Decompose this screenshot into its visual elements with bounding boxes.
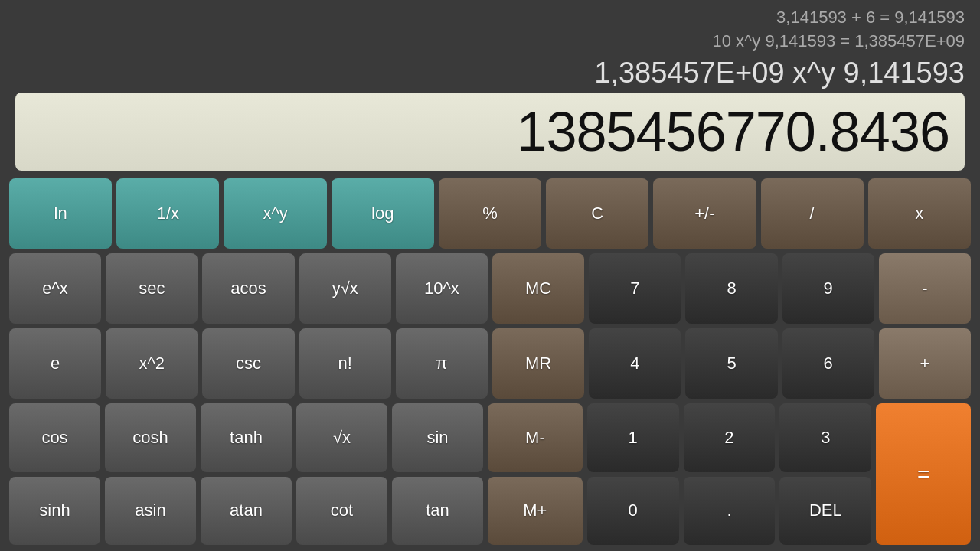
btn-xpow2[interactable]: x^2	[106, 328, 198, 399]
btn-sec[interactable]: sec	[106, 253, 198, 324]
btn-divide[interactable]: /	[761, 178, 864, 249]
btn-mr[interactable]: MR	[492, 328, 584, 399]
btn-3[interactable]: 3	[779, 403, 871, 471]
btn-sin[interactable]: sin	[392, 403, 483, 471]
btn-log[interactable]: log	[332, 178, 434, 249]
btn-cos[interactable]: cos	[9, 403, 100, 471]
btn-percent[interactable]: %	[439, 178, 541, 249]
button-row-5: sinh asin atan cot tan	[9, 477, 483, 545]
btn-inv[interactable]: 1/x	[116, 178, 219, 249]
btn-8[interactable]: 8	[685, 253, 777, 324]
expression-line: 1,385457E+09 x^y 9,141593	[0, 57, 980, 93]
btn-10powx[interactable]: 10^x	[396, 253, 488, 324]
btn-9[interactable]: 9	[782, 253, 874, 324]
buttons-area: ln 1/x x^y log % C +/- / x e^x sec acos …	[0, 171, 980, 551]
btn-2[interactable]: 2	[684, 403, 776, 471]
btn-epowx[interactable]: e^x	[9, 253, 101, 324]
btn-cosh[interactable]: cosh	[105, 403, 196, 471]
btn-tanh[interactable]: tanh	[201, 403, 292, 471]
display-area: 1385456770.8436	[15, 93, 965, 171]
btn-xpowy[interactable]: x^y	[224, 178, 326, 249]
history-line-2: 10 x^y 9,141593 = 1,385457E+09	[15, 30, 965, 54]
history-area: 3,141593 + 6 = 9,141593 10 x^y 9,141593 …	[0, 0, 980, 57]
btn-plus[interactable]: +	[879, 328, 971, 399]
btn-mminus[interactable]: M-	[488, 403, 583, 471]
btn-multiply[interactable]: x	[868, 178, 971, 249]
memory-col: M- M+	[488, 403, 583, 545]
btn-mplus[interactable]: M+	[488, 477, 583, 545]
left-cols: cos cosh tanh √x sin sinh asin atan cot …	[9, 403, 483, 545]
button-row-3: e x^2 csc n! π MR 4 5 6 +	[9, 328, 971, 399]
num-cols-left: 1 2 3 0 . DEL	[587, 403, 871, 545]
btn-equals[interactable]: =	[876, 403, 971, 545]
btn-sqrt[interactable]: √x	[296, 403, 387, 471]
history-line-1: 3,141593 + 6 = 9,141593	[15, 6, 965, 30]
btn-csc[interactable]: csc	[202, 328, 294, 399]
btn-dot[interactable]: .	[684, 477, 776, 545]
btn-1[interactable]: 1	[587, 403, 679, 471]
btn-asin[interactable]: asin	[105, 477, 196, 545]
btn-yroox[interactable]: y√x	[299, 253, 391, 324]
btn-ln[interactable]: ln	[9, 178, 112, 249]
btn-0[interactable]: 0	[587, 477, 679, 545]
btn-atan[interactable]: atan	[201, 477, 292, 545]
btn-6[interactable]: 6	[782, 328, 874, 399]
btn-plusminus[interactable]: +/-	[653, 178, 756, 249]
display-value: 1385456770.8436	[31, 100, 949, 163]
btn-e[interactable]: e	[9, 328, 101, 399]
btn-7[interactable]: 7	[589, 253, 681, 324]
button-row-4: cos cosh tanh √x sin	[9, 403, 483, 471]
btn-nfact[interactable]: n!	[299, 328, 391, 399]
btn-clear[interactable]: C	[546, 178, 648, 249]
btn-cot[interactable]: cot	[296, 477, 387, 545]
num-row-4: 1 2 3	[587, 403, 871, 471]
num-row-5: 0 . DEL	[587, 477, 871, 545]
btn-del[interactable]: DEL	[779, 477, 871, 545]
btn-acos[interactable]: acos	[202, 253, 294, 324]
button-rows-4-5: cos cosh tanh √x sin sinh asin atan cot …	[9, 403, 971, 545]
btn-minus[interactable]: -	[879, 253, 971, 324]
btn-4[interactable]: 4	[589, 328, 681, 399]
btn-pi[interactable]: π	[396, 328, 488, 399]
btn-tan[interactable]: tan	[392, 477, 483, 545]
button-row-1: ln 1/x x^y log % C +/- / x	[9, 178, 971, 249]
btn-5[interactable]: 5	[685, 328, 777, 399]
button-row-2: e^x sec acos y√x 10^x MC 7 8 9 -	[9, 253, 971, 324]
btn-sinh[interactable]: sinh	[9, 477, 100, 545]
btn-mc[interactable]: MC	[492, 253, 584, 324]
